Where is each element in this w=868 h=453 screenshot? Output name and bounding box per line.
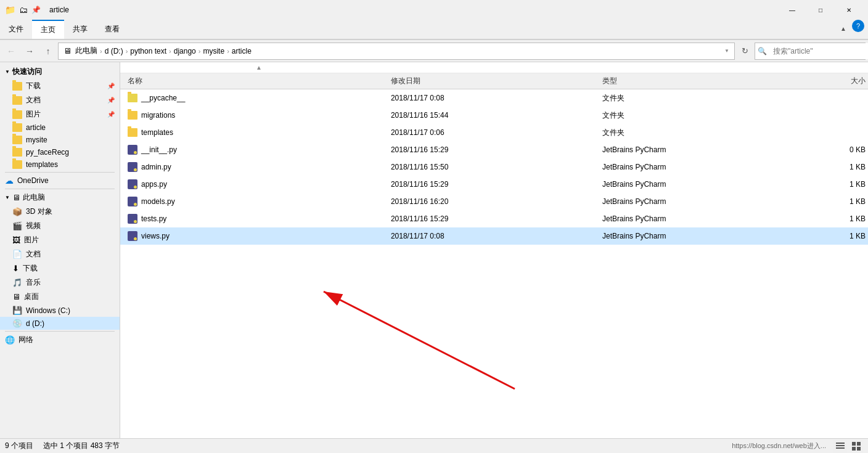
quick-access-header[interactable]: ▼ 快速访问 — [0, 65, 120, 79]
this-pc-group: ▼ 🖥 此电脑 📦 3D 对象 🎬 视频 🖼 图片 📄 文档 ⬇ — [0, 190, 120, 330]
sidebar-item-label: article — [26, 123, 46, 132]
file-list-header: 名称 修改日期 类型 大小 — [120, 73, 868, 89]
minimize-button[interactable]: — — [778, 0, 806, 20]
table-row[interactable]: models.py 2018/11/16 16:20 JetBrains PyC… — [120, 193, 868, 210]
up-button[interactable]: ↑ — [39, 43, 57, 60]
sidebar: ▼ 快速访问 下载 📌 文档 📌 图片 📌 article — [0, 62, 120, 438]
statusbar-right: https://blog.csdn.net/web进入... — [732, 439, 863, 453]
folder-icon: 🎬 — [12, 221, 22, 231]
address-part-2[interactable]: python text — [130, 47, 166, 55]
folder-icon — [128, 128, 137, 137]
tab-view[interactable]: 查看 — [96, 20, 128, 39]
file-size-cell: 1 KB — [760, 214, 868, 223]
file-name: templates — [141, 128, 173, 137]
expand-arrow-icon: ▼ — [5, 195, 10, 200]
folder-icon: 📦 — [12, 207, 22, 216]
table-row[interactable]: __pycache__ 2018/11/17 0:08 文件夹 — [120, 89, 868, 107]
folder-icon: 📄 — [12, 250, 22, 259]
folder-icon: 🎵 — [12, 278, 22, 287]
sidebar-item-3d[interactable]: 📦 3D 对象 — [0, 205, 120, 219]
table-row[interactable]: __init__.py 2018/11/16 15:29 JetBrains P… — [120, 141, 868, 158]
sidebar-item-pictures[interactable]: 图片 📌 — [0, 107, 120, 121]
address-part-3[interactable]: django — [174, 47, 196, 55]
file-type-cell: JetBrains PyCharm — [600, 163, 760, 171]
sidebar-item-documents[interactable]: 📄 文档 — [0, 247, 120, 261]
column-header-type[interactable]: 类型 — [600, 76, 760, 86]
address-sep-2: › — [169, 47, 171, 55]
pin-icon: 📌 — [107, 97, 115, 104]
py-file-icon — [128, 197, 137, 206]
sidebar-item-label: 文档 — [26, 95, 41, 105]
sidebar-item-images[interactable]: 🖼 图片 — [0, 233, 120, 247]
help-button[interactable]: ? — [852, 20, 864, 32]
address-dropdown-arrow[interactable]: ▼ — [724, 48, 729, 54]
file-name: models.py — [141, 197, 175, 206]
forward-button[interactable]: → — [21, 43, 38, 60]
this-pc-header[interactable]: ▼ 🖥 此电脑 — [0, 190, 120, 205]
sidebar-item-mysite[interactable]: mysite — [0, 134, 120, 146]
app-icon-3: 📌 — [31, 6, 41, 14]
close-button[interactable]: ✕ — [835, 0, 863, 20]
ribbon-tabs: 文件 主页 共享 查看 ▲ ? — [0, 20, 868, 39]
tab-home[interactable]: 主页 — [32, 20, 64, 39]
address-part-0[interactable]: 此电脑 — [75, 46, 97, 56]
sidebar-item-video[interactable]: 🎬 视频 — [0, 219, 120, 233]
onedrive-icon: ☁ — [5, 176, 14, 186]
sidebar-item-article[interactable]: article — [0, 121, 120, 134]
search-input[interactable] — [769, 43, 868, 59]
folder-icon — [12, 136, 22, 144]
table-row[interactable]: admin.py 2018/11/16 15:50 JetBrains PyCh… — [120, 158, 868, 176]
py-file-icon — [128, 214, 137, 224]
table-row[interactable]: views.py 2018/11/17 0:08 JetBrains PyCha… — [120, 227, 868, 245]
svg-rect-8 — [857, 447, 861, 451]
ribbon-collapse-button[interactable]: ▲ — [835, 20, 852, 37]
file-date-cell: 2018/11/17 0:08 — [388, 232, 600, 240]
file-size-cell: 1 KB — [760, 197, 868, 206]
back-button[interactable]: ← — [2, 43, 20, 60]
sidebar-item-music[interactable]: 🎵 音乐 — [0, 275, 120, 290]
sidebar-item-network[interactable]: 🌐 网络 — [0, 333, 120, 347]
address-part-4[interactable]: mysite — [203, 47, 224, 55]
column-header-date[interactable]: 修改日期 — [388, 76, 600, 86]
file-type-cell: JetBrains PyCharm — [600, 214, 760, 223]
file-date-cell: 2018/11/16 15:29 — [388, 180, 600, 189]
py-file-icon — [128, 231, 137, 241]
ribbon: 文件 主页 共享 查看 ▲ ? — [0, 20, 868, 40]
sidebar-item-drive-d[interactable]: 💿 d (D:) — [0, 317, 120, 330]
address-part-5[interactable]: article — [232, 47, 252, 55]
items-count: 9 个项目 — [5, 441, 33, 451]
address-bar[interactable]: 🖥 此电脑 › d (D:) › python text › django › … — [58, 43, 735, 60]
sidebar-item-docs[interactable]: 文档 📌 — [0, 93, 120, 107]
sidebar-item-downloads[interactable]: 下载 📌 — [0, 79, 120, 93]
column-header-name[interactable]: 名称 — [125, 76, 388, 86]
search-box[interactable]: 🔍 — [755, 43, 866, 60]
large-icon-view-button[interactable] — [850, 439, 863, 453]
svg-rect-3 — [836, 445, 845, 446]
address-part-1[interactable]: d (D:) — [105, 47, 123, 55]
sidebar-item-windows-c[interactable]: 💾 Windows (C:) — [0, 304, 120, 317]
tab-share[interactable]: 共享 — [64, 20, 96, 39]
maximize-button[interactable]: □ — [806, 0, 835, 20]
details-view-button[interactable] — [833, 439, 847, 453]
sidebar-item-templates[interactable]: templates — [0, 158, 120, 171]
titlebar: 📁 🗂 📌 article — □ ✕ — [0, 0, 868, 20]
sidebar-item-label: 3D 对象 — [26, 206, 52, 217]
table-row[interactable]: templates 2018/11/17 0:06 文件夹 — [120, 124, 868, 141]
window-title: article — [49, 6, 69, 14]
tab-file[interactable]: 文件 — [0, 20, 32, 39]
sidebar-item-pyfacerecg[interactable]: py_faceRecg — [0, 146, 120, 158]
folder-icon: 🖥 — [12, 292, 20, 301]
titlebar-left: 📁 🗂 📌 article — [5, 5, 69, 15]
column-header-size[interactable]: 大小 — [760, 76, 868, 86]
file-name-cell: tests.py — [125, 214, 388, 224]
folder-icon: 🖼 — [12, 235, 20, 245]
sidebar-item-dl[interactable]: ⬇ 下载 — [0, 261, 120, 275]
table-row[interactable]: tests.py 2018/11/16 15:29 JetBrains PyCh… — [120, 210, 868, 227]
refresh-button[interactable]: ↻ — [736, 43, 753, 60]
table-row[interactable]: migrations 2018/11/16 15:44 文件夹 — [120, 107, 868, 124]
sidebar-item-onedrive[interactable]: ☁ OneDrive — [0, 174, 120, 187]
pin-icon: 📌 — [107, 111, 115, 118]
table-row[interactable]: apps.py 2018/11/16 15:29 JetBrains PyCha… — [120, 176, 868, 193]
sidebar-item-desktop[interactable]: 🖥 桌面 — [0, 290, 120, 304]
toolbar: ← → ↑ 🖥 此电脑 › d (D:) › python text › dja… — [0, 40, 868, 62]
